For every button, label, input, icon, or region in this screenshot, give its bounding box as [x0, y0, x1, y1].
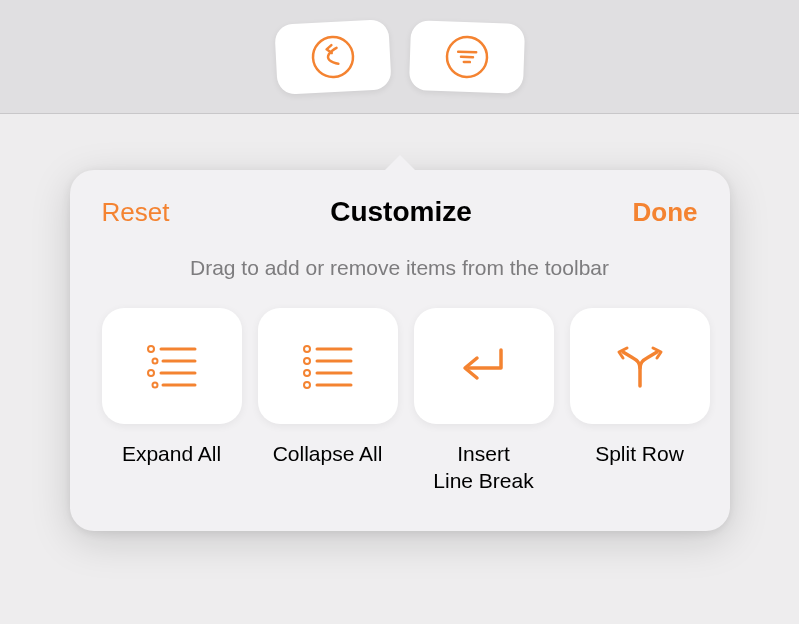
svg-point-9 — [148, 370, 154, 376]
svg-point-15 — [304, 358, 310, 364]
collapse-all-icon — [297, 339, 359, 393]
expand-all-icon — [141, 339, 203, 393]
svg-point-11 — [152, 383, 157, 388]
svg-line-2 — [458, 51, 476, 52]
svg-point-13 — [304, 346, 310, 352]
svg-point-5 — [148, 346, 154, 352]
item-insert-line-break[interactable]: Insert Line Break — [414, 308, 554, 495]
split-row-icon — [611, 340, 669, 392]
items-grid: Expand All Collapse All — [98, 308, 702, 495]
popover-header: Reset Customize Done — [98, 190, 702, 238]
toolbar-undo-button[interactable] — [274, 19, 392, 95]
filter-lines-icon — [443, 33, 491, 81]
svg-point-7 — [152, 359, 157, 364]
item-expand-all[interactable]: Expand All — [102, 308, 242, 495]
item-split-row[interactable]: Split Row — [570, 308, 710, 495]
item-icon-box — [570, 308, 710, 424]
item-icon-box — [102, 308, 242, 424]
item-icon-box — [258, 308, 398, 424]
svg-point-19 — [304, 382, 310, 388]
popover-arrow — [382, 155, 418, 173]
item-label: Split Row — [595, 440, 684, 467]
instruction-text: Drag to add or remove items from the too… — [98, 238, 702, 308]
svg-point-0 — [311, 35, 353, 77]
customize-popover: Reset Customize Done Drag to add or remo… — [70, 170, 730, 531]
popover-title: Customize — [330, 196, 472, 228]
item-collapse-all[interactable]: Collapse All — [258, 308, 398, 495]
reset-button[interactable]: Reset — [102, 197, 170, 228]
item-label: Expand All — [122, 440, 221, 467]
item-icon-box — [414, 308, 554, 424]
toolbar-area — [0, 0, 799, 114]
item-label: Insert Line Break — [433, 440, 533, 495]
toolbar-filter-button[interactable] — [408, 20, 524, 94]
item-label: Collapse All — [273, 440, 383, 467]
undo-icon — [308, 32, 356, 80]
insert-line-break-icon — [455, 342, 513, 390]
done-button[interactable]: Done — [633, 197, 698, 228]
svg-point-17 — [304, 370, 310, 376]
